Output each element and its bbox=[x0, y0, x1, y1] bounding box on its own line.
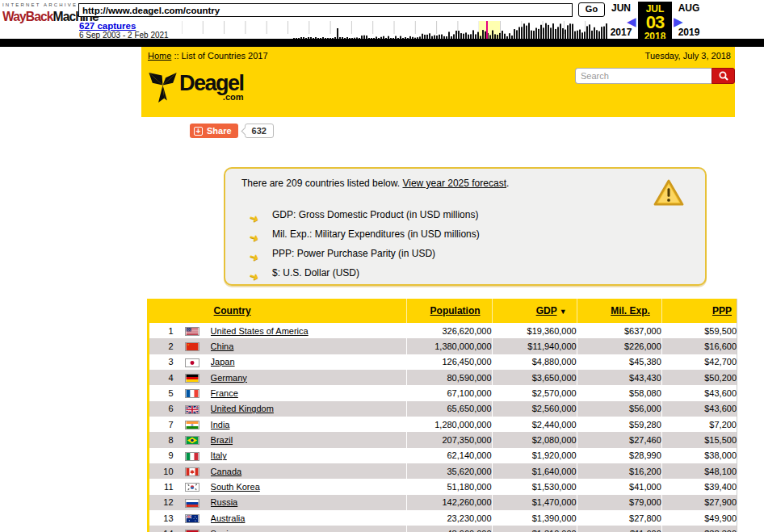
next-capture-arrow-icon[interactable]: ▶ bbox=[674, 16, 683, 27]
row-gdp: $4,880,000 bbox=[492, 354, 577, 370]
prev-capture-arrow-icon[interactable]: ◀ bbox=[627, 16, 636, 27]
row-milexp: $43,430 bbox=[577, 370, 661, 385]
sort-population-link[interactable]: Population bbox=[430, 305, 481, 316]
country-link[interactable]: Australia bbox=[211, 513, 246, 523]
row-country: Japan bbox=[211, 354, 407, 370]
sort-gdp-link[interactable]: GDP bbox=[536, 305, 557, 316]
legend-text: PPP: Power Purchase Parity (in USD) bbox=[272, 248, 435, 259]
row-ppp: $16,600 bbox=[661, 338, 737, 354]
table-row: 7 India 1,280,000,000 $2,440,000 $59,280… bbox=[149, 417, 737, 432]
row-gdp: $19,360,000 bbox=[492, 323, 577, 338]
country-link[interactable]: Brazil bbox=[211, 435, 233, 445]
it-flag-icon bbox=[185, 450, 199, 460]
row-flag bbox=[174, 526, 211, 532]
row-rank: 14 bbox=[149, 526, 174, 532]
row-gdp: $3,650,000 bbox=[492, 370, 577, 385]
legend-item-usd: ➜$: U.S. Dollar (USD) bbox=[250, 261, 480, 280]
wayback-logo[interactable]: INTERNET ARCHIVE WayBackMachine bbox=[2, 2, 77, 25]
country-link[interactable]: Canada bbox=[211, 467, 242, 476]
search-button[interactable] bbox=[712, 68, 735, 84]
country-link[interactable]: Spain bbox=[211, 529, 233, 532]
row-ppp: $49,900 bbox=[661, 510, 737, 526]
search-widget bbox=[575, 68, 735, 84]
warning-icon bbox=[653, 179, 684, 207]
kr-flag-icon bbox=[185, 482, 199, 492]
row-flag bbox=[174, 323, 211, 338]
country-link[interactable]: China bbox=[211, 341, 234, 351]
country-link[interactable]: South Korea bbox=[211, 482, 260, 492]
next-month-label[interactable]: AUG bbox=[674, 2, 704, 14]
table-row: 1 United States of America 326,620,000 $… bbox=[149, 323, 737, 338]
row-milexp: $27,800 bbox=[577, 510, 661, 526]
internet-archive-label: INTERNET ARCHIVE bbox=[2, 2, 77, 7]
table-row: 12 Russia 142,260,000 $1,470,000 $79,000… bbox=[149, 495, 737, 510]
row-flag bbox=[174, 338, 211, 354]
row-milexp: $637,000 bbox=[577, 323, 661, 338]
country-link[interactable]: Italy bbox=[211, 450, 227, 460]
row-rank: 12 bbox=[149, 495, 174, 510]
share-row: + Share 632 bbox=[190, 124, 274, 138]
url-input[interactable] bbox=[78, 3, 573, 17]
sort-ppp-link[interactable]: PPP bbox=[712, 305, 732, 316]
captures-link[interactable]: 627 captures bbox=[79, 21, 136, 31]
row-ppp: $15,500 bbox=[661, 432, 737, 447]
country-link[interactable]: Germany bbox=[211, 373, 247, 383]
prev-month-label[interactable]: JUN bbox=[606, 2, 636, 14]
country-link[interactable]: France bbox=[211, 388, 238, 398]
site-header: Home :: List of Countries 2017 Tuesday, … bbox=[141, 47, 735, 117]
go-button[interactable]: Go bbox=[578, 2, 605, 17]
country-link[interactable]: United Kingdom bbox=[211, 404, 274, 413]
row-milexp: $226,000 bbox=[577, 338, 661, 354]
table-row: 8 Brazil 207,350,000 $2,080,000 $27,460 … bbox=[149, 432, 737, 447]
captures-sparkline[interactable] bbox=[182, 21, 607, 39]
row-gdp: $1,310,000 bbox=[492, 526, 577, 532]
country-table-body: 1 United States of America 326,620,000 $… bbox=[149, 323, 737, 532]
row-milexp: $27,460 bbox=[577, 432, 661, 447]
current-day-label: 03 bbox=[638, 15, 672, 31]
header-population: Population bbox=[407, 299, 492, 323]
legend-item-milexp: ➜Mil. Exp.: Military Expenditures (in US… bbox=[250, 222, 480, 241]
country-link[interactable]: Japan bbox=[211, 357, 235, 367]
row-population: 35,620,000 bbox=[407, 463, 492, 479]
info-box: There are 209 countries listed below. Vi… bbox=[224, 167, 707, 286]
row-population: 62,140,000 bbox=[407, 448, 492, 463]
table-row: 2 China 1,380,000,000 $11,940,000 $226,0… bbox=[149, 338, 737, 354]
fr-flag-icon bbox=[185, 388, 199, 398]
country-link[interactable]: Russia bbox=[211, 497, 238, 507]
country-link[interactable]: India bbox=[211, 420, 230, 429]
row-gdp: $11,940,000 bbox=[492, 338, 577, 354]
breadcrumb-home-link[interactable]: Home bbox=[148, 51, 171, 61]
deagel-logo[interactable]: Deagel .com bbox=[148, 73, 244, 103]
table-row: 3 Japan 126,450,000 $4,880,000 $45,380 $… bbox=[149, 354, 737, 370]
row-ppp: $27,900 bbox=[661, 495, 737, 510]
sort-country-link[interactable]: Country bbox=[214, 305, 251, 316]
row-milexp: $28,990 bbox=[577, 448, 661, 463]
country-link[interactable]: United States of America bbox=[211, 326, 309, 336]
row-rank: 11 bbox=[149, 479, 174, 494]
share-button[interactable]: + Share bbox=[190, 124, 238, 138]
row-population: 67,100,000 bbox=[407, 385, 492, 400]
forecast-link[interactable]: View year 2025 forecast bbox=[402, 178, 506, 189]
share-label: Share bbox=[207, 126, 232, 136]
row-flag bbox=[174, 401, 211, 417]
search-input[interactable] bbox=[575, 68, 712, 84]
row-gdp: $2,440,000 bbox=[492, 417, 577, 432]
row-rank: 7 bbox=[149, 417, 174, 432]
row-population: 207,350,000 bbox=[407, 432, 492, 447]
row-rank: 1 bbox=[149, 323, 174, 338]
row-flag bbox=[174, 510, 211, 526]
row-country: Australia bbox=[211, 510, 407, 526]
header-gdp: GDP ▼ bbox=[492, 299, 577, 323]
row-gdp: $2,560,000 bbox=[492, 401, 577, 417]
prev-year-label[interactable]: 2017 bbox=[606, 27, 636, 38]
row-country: Russia bbox=[211, 495, 407, 510]
row-population: 65,650,000 bbox=[407, 401, 492, 417]
row-gdp: $1,640,000 bbox=[492, 463, 577, 479]
row-flag bbox=[174, 479, 211, 494]
table-row: 5 France 67,100,000 $2,570,000 $58,080 $… bbox=[149, 385, 737, 400]
sort-milexp-link[interactable]: Mil. Exp. bbox=[611, 305, 650, 316]
row-milexp: $79,000 bbox=[577, 495, 661, 510]
row-flag bbox=[174, 370, 211, 385]
next-year-label[interactable]: 2019 bbox=[674, 27, 704, 38]
row-country: United Kingdom bbox=[211, 401, 407, 417]
